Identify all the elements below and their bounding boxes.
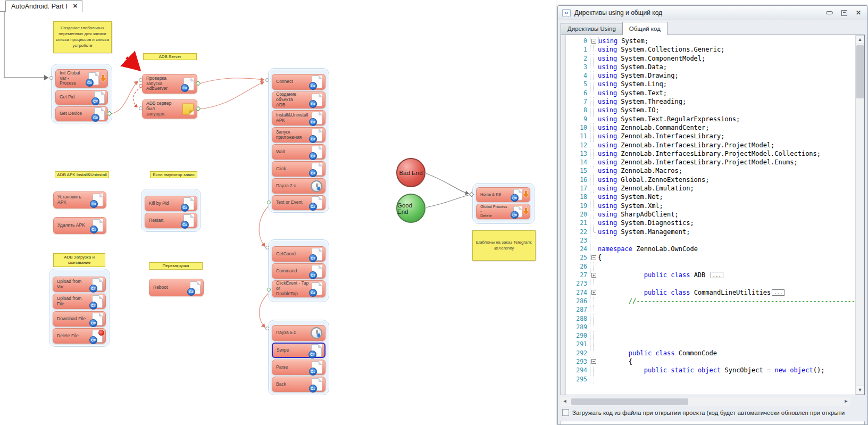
csharp-icon: C# [312,265,322,278]
block-home-kill[interactable]: Home & Kill C# [476,187,530,202]
block-upload-from-file[interactable]: Upload from File C# [53,294,106,309]
tab-close-icon[interactable]: ✕ [73,3,78,10]
block-swipe[interactable]: Swipe C# [272,343,326,358]
note-globals[interactable]: Создание глобальных переменных для запис… [53,21,112,53]
csharp-icon: C# [183,197,194,210]
csharp-icon: C# [92,278,103,291]
block-global-delete[interactable]: Global Process - Delete C# [476,204,530,219]
block-back[interactable]: Back C# [272,377,326,392]
label-apk-install[interactable]: ADB APK Install&Uninstall [55,171,109,178]
port-in [139,78,143,82]
block-get-device[interactable]: Get Device C# [55,106,108,121]
csharp-icon: C# [312,282,322,295]
sticky-note-icon [182,104,194,115]
scrollbar-thumb[interactable] [856,45,864,98]
minimize-icon[interactable] [826,11,833,14]
bad-end-node[interactable]: Bad End [396,158,425,187]
csharp-icon: C# [312,146,322,159]
block-init-global-var[interactable]: Init Global Var - Process C# [55,69,108,88]
vertical-scrollbar[interactable]: ▲ ▼ [855,35,864,395]
block-delete-apk[interactable]: Удалить APK C# [53,217,106,234]
block-text-or-event[interactable]: Text or Event C# [272,195,326,210]
csharp-icon: C# [312,361,322,374]
block-restart[interactable]: Restart C# [145,213,197,228]
block-click[interactable]: Click C# [272,161,326,177]
block-launch-app[interactable]: Запуск приложения C# [272,127,326,143]
block-command[interactable]: Command C# [272,263,326,279]
csharp-icon: C# [94,107,105,120]
clock-icon [311,327,322,339]
block-adb-started[interactable]: ADB сервер был запущен. [142,99,197,119]
editor-gutter [561,35,566,395]
port-in [265,78,269,82]
block-connect[interactable]: Connect C# [272,74,326,90]
block-clickevent[interactable]: ClickEvent - Tap or DoubleTap C# [272,280,326,297]
csharp-icon: C# [312,112,322,124]
csharp-icon: C# [183,214,194,227]
scroll-left-icon[interactable]: ◄ [561,397,569,406]
code-lines: 0−using System;1using System.Collections… [566,35,855,395]
project-tab[interactable]: AutoAndroid. Part I ✕ [5,0,82,12]
project-tab-title: AutoAndroid. Part I [11,3,68,10]
block-kill-by-pid[interactable]: Kill by Pid C# [145,196,197,211]
scroll-up-icon[interactable]: ▲ [856,35,864,44]
csharp-icon: C# [93,194,103,206]
load-from-file-label: Загружать код из файла при открытии прое… [572,410,845,416]
dialog-titlebar[interactable]: ‹› Директивы using и общий код ✕ [558,6,867,20]
tab-using-directives[interactable]: Директивы Using [561,23,623,35]
label-adb-server[interactable]: ADB Server [143,53,197,60]
csharp-icon: C# [312,378,322,391]
block-download-file[interactable]: Download File C# [53,311,106,327]
port-in [265,246,269,249]
csharp-icon: C# [312,129,322,141]
label-emulator-hang[interactable]: Если эмулятор завис [150,171,197,178]
scroll-right-icon[interactable]: ► [842,397,850,406]
block-getcoord[interactable]: GetCoord C# [272,246,326,262]
csharp-icon: C# [183,78,194,90]
block-pause-2s[interactable]: Пауза 2 с [272,178,326,194]
port-in [265,327,269,330]
block-install-uninstall[interactable]: Install&Uninstall APK C# [272,110,326,126]
good-end-node[interactable]: Good End [396,194,425,223]
code-editor[interactable]: 0−using System;1using System.Collections… [561,35,865,395]
label-reboot[interactable]: Перезагрузка [149,262,203,270]
block-upload-from-var[interactable]: Upload from Var C# [53,277,106,292]
down-arrow-badge [523,191,529,198]
block-delete-file[interactable]: Delete File C# [53,328,106,344]
block-wait[interactable]: Wait C# [272,144,326,160]
common-code-dialog: ‹› Директивы using и общий код ✕ Директи… [557,5,868,425]
load-from-file-row: Загружать код из файла при открытии прое… [562,409,866,416]
csharp-icon: C# [94,91,105,104]
block-pause-5s[interactable]: Пауза 5 с [272,325,326,341]
load-from-file-checkbox[interactable] [562,409,569,416]
port-in [139,106,143,110]
clock-icon [311,180,322,192]
block-reboot[interactable]: Reboot C# [149,279,204,296]
close-icon[interactable]: ✕ [856,10,861,16]
label-upload-download[interactable]: ADB Загрузка и скачивание [53,253,105,267]
restore-icon[interactable] [841,10,847,16]
scrollbar-thumb[interactable] [571,398,688,405]
csharp-icon: C# [311,344,322,357]
block-check-adbserver[interactable]: Проверка запуска AdbServer C# [142,74,197,94]
block-create-adb[interactable]: Создание объекта ADB C# [272,91,326,109]
disabled-red-dot [98,330,104,336]
note-telegram[interactable]: Шаблоны на заказ Telegram: @Xerenity [472,230,536,261]
csharp-icon: C# [513,206,522,217]
block-get-pid[interactable]: Get Pid C# [55,90,108,105]
csharp-icon: C# [190,281,201,294]
csharp-icon: C# [93,219,103,232]
port-out [267,288,271,291]
file-path-field[interactable] [561,421,865,425]
code-icon: ‹› [562,9,571,17]
flow-canvas[interactable]: AutoAndroid. Part I ✕ [0,0,556,425]
dialog-tabs: Директивы Using Общий код [561,22,667,35]
horizontal-scrollbar[interactable]: ◄ ► [561,397,850,406]
tab-common-code[interactable]: Общий код [622,22,667,35]
csharp-icon: C# [312,94,322,106]
block-install-apk[interactable]: Установить APK C# [53,191,106,209]
csharp-icon: C# [92,313,103,326]
block-parse[interactable]: Parse C# [272,360,326,375]
scroll-down-icon[interactable]: ▼ [856,386,864,395]
csharp-icon: C# [88,72,99,85]
